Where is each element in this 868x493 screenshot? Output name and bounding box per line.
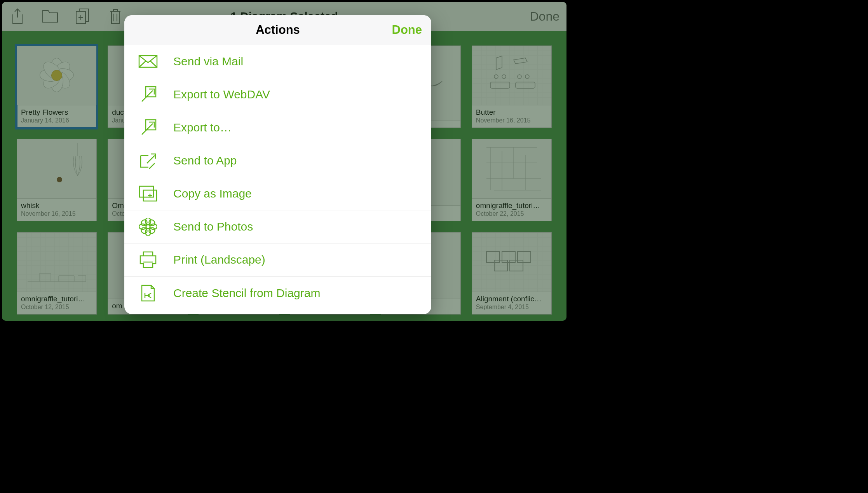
document-card[interactable]: omnigraffle_tutori… October 22, 2015: [472, 139, 552, 221]
card-thumbnail: [472, 233, 551, 292]
photos-flower-icon: [138, 216, 159, 237]
svg-point-20: [139, 224, 146, 229]
svg-rect-6: [516, 82, 535, 88]
document-card[interactable]: omnigraffle_tutori… October 12, 2015: [17, 232, 97, 315]
document-card[interactable]: whisk November 16, 2015: [17, 139, 97, 221]
actions-modal: Actions Done Send via Mail Export to Web…: [124, 15, 431, 314]
folder-icon[interactable]: [42, 8, 59, 25]
card-thumbnail: [17, 46, 96, 105]
action-label: Send to Photos: [173, 220, 253, 233]
modal-list: Send via Mail Export to WebDAV Export to…: [124, 45, 431, 314]
print-icon: [138, 249, 159, 270]
svg-point-25: [148, 226, 156, 234]
svg-rect-7: [486, 252, 500, 262]
modal-title: Actions: [256, 23, 300, 37]
action-label: Copy as Image: [173, 187, 252, 200]
card-info: omnigraffle_tutori… October 22, 2015: [472, 198, 551, 221]
svg-point-22: [140, 219, 148, 227]
action-export-webdav[interactable]: Export to WebDAV: [124, 78, 431, 111]
duplicate-icon[interactable]: [74, 8, 91, 25]
card-date: September 4, 2015: [476, 304, 547, 311]
svg-rect-5: [490, 82, 510, 88]
card-thumbnail: [472, 46, 551, 105]
modal-header: Actions Done: [124, 15, 431, 45]
card-date: November 16, 2015: [476, 117, 547, 124]
svg-point-17: [146, 225, 150, 229]
send-app-icon: [138, 150, 159, 171]
svg-rect-9: [518, 252, 531, 262]
stencil-icon: [138, 283, 159, 304]
card-info: Pretty Flowers January 14, 2016: [17, 105, 96, 128]
svg-point-18: [145, 218, 151, 225]
trash-icon[interactable]: [107, 8, 124, 25]
action-send-to-photos[interactable]: Send to Photos: [124, 210, 431, 243]
card-name: Pretty Flowers: [21, 108, 92, 117]
flower-drawing: [39, 58, 74, 93]
action-label: Export to WebDAV: [173, 88, 270, 101]
copy-image-icon: [138, 183, 159, 204]
card-name: omnigraffle_tutori…: [476, 201, 547, 210]
svg-point-4: [525, 75, 529, 79]
export-arrow-icon: [138, 84, 159, 105]
action-create-stencil[interactable]: Create Stencil from Diagram: [124, 276, 431, 309]
svg-point-19: [145, 229, 151, 236]
card-thumbnail: [472, 139, 551, 198]
done-button[interactable]: Done: [530, 9, 560, 24]
svg-rect-11: [510, 260, 523, 271]
svg-rect-8: [502, 252, 515, 262]
card-date: November 16, 2015: [21, 210, 92, 217]
mail-icon: [138, 51, 159, 72]
document-card[interactable]: Butter November 16, 2015: [472, 45, 552, 128]
svg-rect-10: [494, 260, 507, 271]
share-icon[interactable]: [9, 8, 26, 25]
card-name: omnigraffle_tutori…: [21, 295, 92, 303]
svg-point-23: [148, 219, 156, 227]
toolbar-left: [9, 8, 124, 25]
svg-point-2: [502, 75, 506, 79]
action-label: Print (Landscape): [173, 253, 265, 266]
action-label: Create Stencil from Diagram: [173, 287, 320, 300]
svg-point-1: [494, 75, 498, 79]
card-thumbnail: [17, 233, 96, 292]
svg-point-21: [150, 224, 157, 229]
action-export-to[interactable]: Export to…: [124, 111, 431, 144]
action-label: Send via Mail: [173, 55, 243, 68]
svg-point-24: [140, 226, 148, 234]
svg-point-3: [518, 75, 521, 79]
card-info: whisk November 16, 2015: [17, 198, 96, 221]
action-label: Export to…: [173, 121, 232, 134]
card-info: Alignment (conflic… September 4, 2015: [472, 292, 551, 314]
card-name: Alignment (conflic…: [476, 295, 547, 303]
card-date: October 22, 2015: [476, 210, 547, 217]
action-copy-image[interactable]: Copy as Image: [124, 177, 431, 210]
action-send-to-app[interactable]: Send to App: [124, 144, 431, 177]
document-card[interactable]: Alignment (conflic… September 4, 2015: [472, 232, 552, 315]
action-print[interactable]: Print (Landscape): [124, 243, 431, 276]
card-date: October 12, 2015: [21, 304, 92, 311]
export-arrow-icon: [138, 117, 159, 138]
whisk-dot: [57, 177, 62, 182]
action-label: Send to App: [173, 154, 237, 167]
card-date: January 14, 2016: [21, 117, 92, 124]
modal-done-button[interactable]: Done: [392, 23, 422, 37]
action-send-mail[interactable]: Send via Mail: [124, 45, 431, 78]
card-thumbnail: [17, 139, 96, 198]
card-name: Butter: [476, 108, 547, 117]
card-name: whisk: [21, 201, 92, 210]
card-info: omnigraffle_tutori… October 12, 2015: [17, 292, 96, 314]
document-card[interactable]: Pretty Flowers January 14, 2016: [17, 45, 97, 128]
card-info: Butter November 16, 2015: [472, 105, 551, 128]
